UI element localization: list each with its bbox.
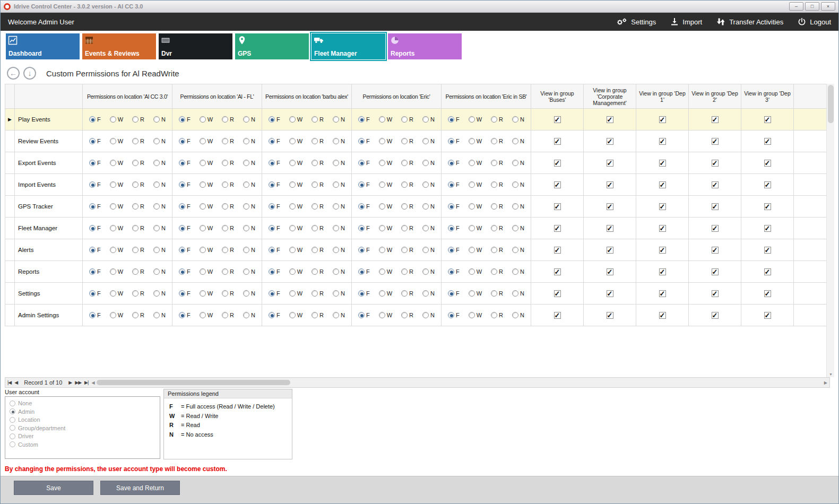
radio-option-f[interactable]: F — [448, 247, 460, 253]
group-checkbox[interactable]: ✓ — [764, 290, 771, 297]
radio-option-f[interactable]: F — [179, 268, 191, 275]
vertical-scrollbar-thumb[interactable] — [828, 85, 834, 123]
radio-option-w[interactable]: W — [379, 268, 392, 275]
radio-option-f[interactable]: F — [358, 290, 370, 297]
group-checkbox[interactable]: ✓ — [554, 247, 561, 254]
group-checkbox[interactable]: ✓ — [607, 203, 613, 210]
radio-option-f[interactable]: F — [448, 203, 460, 210]
radio-option-f[interactable]: F — [89, 181, 101, 188]
radio-option-n[interactable]: N — [153, 160, 166, 166]
radio-option-w[interactable]: W — [469, 181, 482, 188]
radio-option-n[interactable]: N — [153, 312, 166, 318]
radio-option-w[interactable]: W — [289, 181, 302, 188]
radio-option-r[interactable]: R — [312, 290, 324, 297]
radio-option-f[interactable]: F — [269, 203, 280, 210]
group-checkbox[interactable]: ✓ — [554, 138, 561, 145]
radio-option-n[interactable]: N — [422, 290, 435, 297]
back-button[interactable]: ← — [7, 67, 20, 80]
radio-option-w[interactable]: W — [110, 181, 123, 188]
account-type-driver[interactable]: Driver — [10, 433, 155, 439]
radio-option-f[interactable]: F — [269, 290, 280, 297]
radio-option-f[interactable]: F — [358, 247, 370, 253]
group-checkbox[interactable]: ✓ — [659, 312, 666, 319]
group-checkbox[interactable]: ✓ — [764, 116, 771, 123]
radio-option-n[interactable]: N — [243, 268, 255, 275]
radio-option-n[interactable]: N — [333, 312, 345, 318]
radio-option-r[interactable]: R — [132, 203, 144, 210]
radio-option-w[interactable]: W — [110, 138, 123, 144]
scroll-right-icon[interactable]: ▶ — [824, 380, 827, 385]
radio-option-n[interactable]: N — [512, 225, 524, 231]
radio-option-f[interactable]: F — [179, 247, 191, 253]
radio-option-f[interactable]: F — [179, 181, 191, 188]
radio-option-r[interactable]: R — [491, 181, 503, 188]
account-type-custom[interactable]: Custom — [10, 441, 155, 448]
group-checkbox[interactable]: ✓ — [607, 160, 613, 167]
group-checkbox[interactable]: ✓ — [554, 160, 561, 167]
radio-option-w[interactable]: W — [469, 290, 482, 297]
group-checkbox[interactable]: ✓ — [554, 181, 561, 188]
radio-option-f[interactable]: F — [358, 160, 370, 166]
radio-option-r[interactable]: R — [132, 160, 144, 166]
radio-option-r[interactable]: R — [491, 268, 503, 275]
radio-option-f[interactable]: F — [448, 225, 460, 231]
horizontal-scrollbar-thumb[interactable] — [97, 380, 290, 385]
radio-option-r[interactable]: R — [312, 247, 324, 253]
radio-option-w[interactable]: W — [379, 312, 392, 318]
radio-option-r[interactable]: R — [312, 160, 324, 166]
radio-option-r[interactable]: R — [312, 268, 324, 275]
radio-option-r[interactable]: R — [491, 138, 503, 144]
radio-option-w[interactable]: W — [379, 225, 392, 231]
radio-option-n[interactable]: N — [512, 160, 524, 166]
group-checkbox[interactable]: ✓ — [712, 225, 719, 232]
group-checkbox[interactable]: ✓ — [554, 312, 561, 319]
radio-option-n[interactable]: N — [422, 203, 435, 210]
radio-option-w[interactable]: W — [469, 225, 482, 231]
group-checkbox[interactable]: ✓ — [764, 247, 771, 254]
radio-option-w[interactable]: W — [200, 225, 213, 231]
radio-option-f[interactable]: F — [269, 181, 280, 188]
group-checkbox[interactable]: ✓ — [659, 181, 666, 188]
radio-option-f[interactable]: F — [358, 312, 370, 318]
radio-option-f[interactable]: F — [89, 203, 101, 210]
radio-option-r[interactable]: R — [401, 247, 413, 253]
radio-option-n[interactable]: N — [243, 312, 255, 318]
tab-fleet-manager[interactable]: Fleet Manager — [312, 33, 385, 59]
radio-option-w[interactable]: W — [289, 203, 302, 210]
group-checkbox[interactable]: ✓ — [607, 138, 613, 145]
radio-option-r[interactable]: R — [491, 203, 503, 210]
radio-option-n[interactable]: N — [333, 160, 345, 166]
radio-option-f[interactable]: F — [358, 181, 370, 188]
radio-option-w[interactable]: W — [379, 160, 392, 166]
radio-option-n[interactable]: N — [153, 181, 166, 188]
radio-option-n[interactable]: N — [422, 268, 435, 275]
radio-option-r[interactable]: R — [222, 247, 234, 253]
row-label[interactable]: Settings — [15, 283, 83, 305]
radio-option-w[interactable]: W — [289, 225, 302, 231]
radio-option-f[interactable]: F — [269, 160, 280, 166]
group-checkbox[interactable]: ✓ — [607, 312, 613, 319]
account-type-location[interactable]: Location — [10, 416, 155, 423]
row-label[interactable]: Reports — [15, 261, 83, 283]
radio-option-r[interactable]: R — [132, 138, 144, 144]
row-label[interactable]: Review Events — [15, 131, 83, 152]
radio-option-w[interactable]: W — [469, 247, 482, 253]
radio-option-n[interactable]: N — [512, 268, 524, 275]
previous-record-button[interactable]: ◀ — [14, 380, 18, 385]
group-checkbox[interactable]: ✓ — [659, 225, 666, 232]
group-checkbox[interactable]: ✓ — [607, 268, 613, 275]
radio-option-n[interactable]: N — [512, 116, 524, 123]
radio-option-r[interactable]: R — [491, 312, 503, 318]
group-checkbox[interactable]: ✓ — [712, 312, 719, 319]
radio-option-n[interactable]: N — [333, 225, 345, 231]
group-checkbox[interactable]: ✓ — [712, 181, 719, 188]
radio-option-f[interactable]: F — [448, 160, 460, 166]
radio-option-r[interactable]: R — [312, 312, 324, 318]
radio-option-n[interactable]: N — [422, 138, 435, 144]
radio-option-r[interactable]: R — [132, 116, 144, 123]
radio-option-n[interactable]: N — [243, 116, 255, 123]
radio-option-f[interactable]: F — [448, 312, 460, 318]
radio-option-r[interactable]: R — [491, 247, 503, 253]
radio-option-w[interactable]: W — [469, 268, 482, 275]
radio-option-r[interactable]: R — [132, 225, 144, 231]
